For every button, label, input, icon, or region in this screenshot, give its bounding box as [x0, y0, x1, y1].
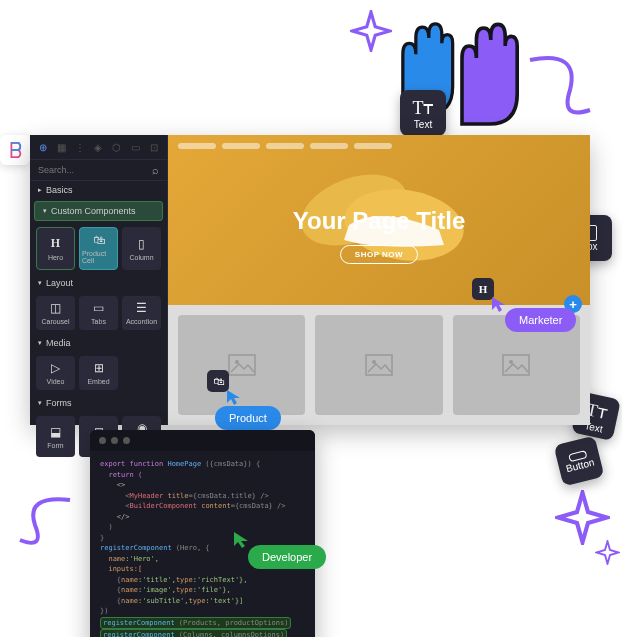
marketer-pill: Marketer: [505, 308, 576, 332]
search-row: ⌕: [30, 160, 167, 181]
hand-purple-icon: [450, 10, 522, 130]
svg-point-3: [235, 360, 239, 364]
tile-label: Text: [414, 119, 432, 130]
accordion-icon: ☰: [136, 301, 147, 315]
image-placeholder-icon: [502, 354, 530, 376]
text-tile[interactable]: Tᴛ Text: [400, 90, 446, 136]
search-input[interactable]: [38, 165, 152, 175]
h-icon: H: [51, 236, 60, 251]
editor-window: ⊕ ▦ ⋮ ◈ ⬡ ▭ ⊡ ⌕ ▸Basics ▾Custom Componen…: [30, 135, 590, 425]
component-embed[interactable]: ⊞Embed: [79, 356, 118, 390]
tool-icon[interactable]: ▭: [130, 141, 140, 153]
sparkle-icon: [350, 10, 392, 52]
page-title[interactable]: Your Page Title: [293, 207, 466, 235]
chevron-down-icon: ▾: [38, 279, 42, 287]
form-icon: ⬓: [50, 425, 61, 439]
bag-icon: 🛍: [93, 233, 105, 247]
add-icon[interactable]: ⊕: [38, 141, 48, 153]
chevron-down-icon: ▾: [43, 207, 47, 215]
video-icon: ▷: [51, 361, 60, 375]
component-product-cell[interactable]: 🛍Product Cell: [79, 227, 118, 270]
chevron-right-icon: ▸: [38, 186, 42, 194]
svg-point-7: [509, 360, 513, 364]
embed-icon: ⊞: [94, 361, 104, 375]
section-media[interactable]: ▾Media: [30, 334, 167, 352]
nav-placeholder: [178, 143, 392, 149]
section-layout[interactable]: ▾Layout: [30, 274, 167, 292]
chevron-down-icon: ▾: [38, 339, 42, 347]
cursor-product-icon: [225, 388, 243, 406]
code-block: export function HomePage ({cmsData}) { r…: [90, 451, 315, 637]
tool-icon[interactable]: ▦: [56, 141, 66, 153]
section-forms[interactable]: ▾Forms: [30, 394, 167, 412]
section-custom[interactable]: ▾Custom Components: [34, 201, 163, 221]
section-basics[interactable]: ▸Basics: [30, 181, 167, 199]
sparkle-icon: [595, 540, 620, 565]
component-video[interactable]: ▷Video: [36, 356, 75, 390]
search-icon[interactable]: ⌕: [152, 164, 159, 176]
chevron-down-icon: ▾: [38, 399, 42, 407]
cursor-developer-icon: [232, 530, 252, 550]
carousel-icon: ◫: [50, 301, 61, 315]
sidebar-toolbar: ⊕ ▦ ⋮ ◈ ⬡ ▭ ⊡: [30, 135, 167, 160]
tool-icon[interactable]: ⬡: [112, 141, 122, 153]
product-pill: Product: [215, 406, 281, 430]
component-accordion[interactable]: ☰Accordion: [122, 296, 161, 330]
cursor-marketer-icon: [490, 295, 508, 313]
sparkle-icon: [555, 490, 610, 545]
shop-now-button[interactable]: SHOP NOW: [340, 245, 418, 264]
button-tile[interactable]: Button: [554, 436, 605, 487]
svg-rect-4: [366, 355, 392, 375]
text-icon: Tᴛ: [413, 97, 434, 119]
window-controls: [90, 430, 315, 451]
code-window: export function HomePage ({cmsData}) { r…: [90, 430, 315, 637]
svg-rect-6: [503, 355, 529, 375]
tabs-icon: ▭: [93, 301, 104, 315]
curl-icon: [520, 50, 610, 140]
product-card[interactable]: [315, 315, 442, 415]
sidebar: ⊕ ▦ ⋮ ◈ ⬡ ▭ ⊡ ⌕ ▸Basics ▾Custom Componen…: [30, 135, 168, 425]
component-hero[interactable]: HHero: [36, 227, 75, 270]
component-column[interactable]: ▯Column: [122, 227, 161, 270]
curl-icon: [15, 490, 85, 560]
component-carousel[interactable]: ◫Carousel: [36, 296, 75, 330]
canvas[interactable]: Your Page Title SHOP NOW +: [168, 135, 590, 425]
component-tabs[interactable]: ▭Tabs: [79, 296, 118, 330]
svg-rect-2: [229, 355, 255, 375]
hero-section[interactable]: Your Page Title SHOP NOW: [168, 135, 590, 305]
tool-icon[interactable]: ◈: [93, 141, 103, 153]
app-logo: [0, 135, 30, 165]
column-icon: ▯: [138, 237, 145, 251]
component-form[interactable]: ⬓Form: [36, 416, 75, 457]
developer-pill: Developer: [248, 545, 326, 569]
tool-icon[interactable]: ⋮: [75, 141, 85, 153]
image-placeholder-icon: [228, 354, 256, 376]
svg-point-5: [372, 360, 376, 364]
image-placeholder-icon: [365, 354, 393, 376]
tool-icon[interactable]: ⊡: [149, 141, 159, 153]
